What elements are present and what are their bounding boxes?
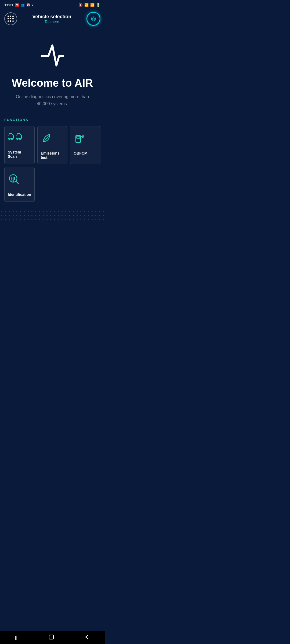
svg-point-1 [92,18,95,20]
obfcm-card[interactable]: OBFCM [70,126,100,164]
functions-section: FUNCTIONS System Scan [0,115,105,207]
calendar-icon: 📅 [26,3,30,7]
leaf-icon [41,132,53,145]
functions-grid-row1: System Scan Emissions test [4,126,100,164]
header-center[interactable]: Vehicle selection Tap here [32,14,71,24]
identification-label: Identification [8,192,31,197]
status-time-area: 11:31 M 👥 📅 • [4,3,33,7]
svg-line-19 [16,181,19,184]
signal-bars-icon: 📶 [90,3,95,7]
obfcm-label: OBFCM [74,151,87,155]
grid-dots-icon [8,16,14,22]
wifi-icon: 📶 [84,3,89,7]
notification-dot: • [32,3,33,7]
svg-rect-10 [77,136,80,138]
welcome-title: Welcome to AIR [12,77,93,89]
mute-icon: 🔇 [78,3,83,7]
app-logo-icon [39,40,66,69]
svg-text:VIN: VIN [11,180,14,182]
signal-wave-icon [90,15,97,22]
status-icons: 🔇 📶 📶 🔋 [78,3,100,7]
tap-here-label: Tap here [32,20,71,24]
svg-rect-21 [0,210,105,221]
time-display: 11:31 [4,3,13,7]
hero-section: Welcome to AIR Online diagnostics coveri… [0,29,105,115]
system-scan-card[interactable]: System Scan [4,126,35,164]
dots-svg [0,210,105,221]
system-scan-label: System Scan [8,150,31,159]
grid-menu-button[interactable] [4,12,17,25]
fuel-pump-icon [74,132,85,145]
app-header: Vehicle selection Tap here [0,10,105,29]
functions-grid-row2: VIN Identification [4,167,100,202]
emissions-test-label: Emissions test [41,151,64,160]
car-scan-icon [8,132,22,144]
teams-icon: 👥 [21,3,25,7]
vin-search-icon: VIN [8,173,22,186]
functions-label: FUNCTIONS [4,118,100,122]
bluetooth-signal-button[interactable] [86,12,100,26]
vehicle-selection-title: Vehicle selection [32,14,71,20]
welcome-description: Online diagnostics covering more than 40… [15,93,90,107]
battery-icon: 🔋 [96,3,100,7]
gmail-icon: M [15,3,19,7]
status-bar: 11:31 M 👥 📅 • 🔇 📶 📶 🔋 [0,0,105,10]
emissions-test-card[interactable]: Emissions test [37,126,68,164]
dot-pattern-decoration [0,210,105,221]
identification-card[interactable]: VIN Identification [4,167,35,202]
